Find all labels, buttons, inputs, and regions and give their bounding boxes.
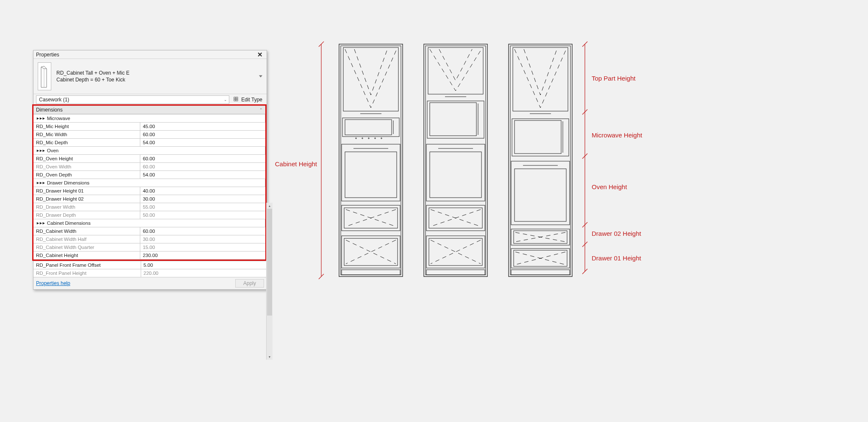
group-header-dimensions[interactable]: Dimensions ⌃ xyxy=(33,106,265,114)
property-value[interactable]: 60.00 xyxy=(140,131,265,139)
property-row[interactable]: RD_Cabinet Width Half30.00 xyxy=(33,235,265,243)
property-value[interactable]: 60.00 xyxy=(140,155,265,163)
svg-text:Cabinet Height: Cabinet Height xyxy=(275,160,317,168)
svg-rect-43 xyxy=(510,46,570,275)
svg-rect-26 xyxy=(342,270,400,275)
property-value[interactable]: 54.00 xyxy=(140,139,265,147)
scroll-up-icon[interactable]: ▴ xyxy=(267,203,273,209)
property-label: RD_Drawer Height 01 xyxy=(33,187,140,195)
property-label: RD_Drawer Width xyxy=(33,203,140,211)
svg-rect-31 xyxy=(427,101,484,138)
svg-rect-2 xyxy=(234,99,236,101)
property-label: RD_Oven Width xyxy=(33,163,140,171)
type-dropdown-icon[interactable] xyxy=(259,75,262,78)
svg-rect-46 xyxy=(512,119,569,156)
collapse-icon[interactable]: ⌃ xyxy=(259,108,263,112)
svg-rect-32 xyxy=(430,103,476,136)
svg-point-14 xyxy=(356,138,356,139)
group-label: Dimensions xyxy=(36,107,63,113)
apply-button[interactable]: Apply xyxy=(235,279,264,288)
svg-rect-9 xyxy=(343,48,398,111)
property-label: RD_Cabinet Width Half xyxy=(33,235,140,243)
property-label: RD_Mic Depth xyxy=(33,139,140,147)
property-value[interactable]: 220.00 xyxy=(141,269,267,277)
property-separator: ►►► Cabinet Dimensions xyxy=(33,219,265,227)
edit-type-button[interactable]: Edit Type xyxy=(232,96,264,103)
svg-rect-19 xyxy=(342,144,400,201)
edit-type-label: Edit Type xyxy=(241,97,262,103)
property-label: RD_Mic Height xyxy=(33,123,140,131)
property-row[interactable]: RD_Drawer Width55.00 xyxy=(33,203,265,211)
property-row[interactable]: RD_Drawer Height 0140.00 xyxy=(33,187,265,195)
property-value[interactable]: 40.00 xyxy=(140,187,265,195)
property-row[interactable]: RD_Mic Height45.00 xyxy=(33,123,265,131)
property-row[interactable]: RD_Mic Depth54.00 xyxy=(33,139,265,147)
svg-point-18 xyxy=(381,138,382,139)
property-row[interactable]: ►►► Oven xyxy=(33,147,265,155)
property-row[interactable]: ►►► Cabinet Dimensions xyxy=(33,219,265,227)
svg-rect-27 xyxy=(424,44,487,277)
property-row[interactable]: RD_Drawer Height 0230.00 xyxy=(33,195,265,203)
panel-title: Properties xyxy=(36,52,59,58)
svg-rect-25 xyxy=(344,238,398,265)
svg-text:Drawer 02 Height: Drawer 02 Height xyxy=(592,230,642,237)
property-value[interactable]: 5.00 xyxy=(141,261,267,269)
property-row[interactable]: RD_Oven Width60.00 xyxy=(33,163,265,171)
type-text: RD_Cabinet Tall + Oven + Mic E Cabinet D… xyxy=(56,70,130,83)
svg-rect-34 xyxy=(426,144,485,201)
svg-rect-0 xyxy=(234,97,236,99)
property-row[interactable]: RD_Mic Width60.00 xyxy=(33,131,265,139)
property-value[interactable]: 30.00 xyxy=(140,235,265,243)
scrollbar[interactable]: ▴ ▾ xyxy=(266,203,273,360)
type-selector[interactable]: RD_Cabinet Tall + Oven + Mic E Cabinet D… xyxy=(33,59,267,94)
property-value[interactable]: 60.00 xyxy=(140,227,265,235)
property-row[interactable]: RD_Front Panel Height220.00 xyxy=(33,269,267,277)
svg-text:Drawer 01 Height: Drawer 01 Height xyxy=(592,254,642,262)
property-value[interactable]: 45.00 xyxy=(140,123,265,131)
dim-stack-right: Top Part Height Microwave Height Oven He… xyxy=(582,42,643,274)
svg-rect-47 xyxy=(515,120,561,154)
svg-rect-29 xyxy=(428,48,483,94)
type-subtitle: Cabinet Depth = 60 + Toe Kick xyxy=(56,76,130,83)
property-value[interactable]: 30.00 xyxy=(140,195,265,203)
panel-titlebar[interactable]: Properties ✕ xyxy=(33,50,267,59)
property-row[interactable]: RD_Panel Front Frame Offset5.00 xyxy=(33,261,267,269)
instance-filter-combo[interactable]: Casework (1) ⌄ xyxy=(36,95,229,104)
svg-point-15 xyxy=(362,138,363,139)
property-label: RD_Mic Width xyxy=(33,131,140,139)
property-label: RD_Cabinet Height xyxy=(33,252,140,260)
property-row[interactable]: RD_Cabinet Width Quarter15.00 xyxy=(33,243,265,252)
svg-rect-1 xyxy=(236,97,238,99)
property-value[interactable]: 54.00 xyxy=(140,171,265,179)
property-row[interactable]: RD_Cabinet Width60.00 xyxy=(33,227,265,235)
property-label: RD_Drawer Height 02 xyxy=(33,195,140,203)
dimensions-highlight: Dimensions ⌃ ►►► MicrowaveRD_Mic Height4… xyxy=(32,104,267,261)
property-label: RD_Oven Depth xyxy=(33,171,140,179)
dim-cabinet-height: Cabinet Height xyxy=(275,42,324,279)
property-label: RD_Drawer Depth xyxy=(33,211,140,219)
cabinet-diagram: Cabinet Height xyxy=(288,39,851,285)
property-value[interactable]: 55.00 xyxy=(140,203,265,211)
instance-filter-label: Casework (1) xyxy=(39,97,69,103)
type-name: RD_Cabinet Tall + Oven + Mic E xyxy=(56,70,130,76)
properties-help-link[interactable]: Properties help xyxy=(36,280,70,286)
property-row[interactable]: RD_Cabinet Height230.00 xyxy=(33,252,265,260)
chevron-down-icon: ⌄ xyxy=(224,98,227,102)
property-value[interactable]: 60.00 xyxy=(140,163,265,171)
scroll-down-icon[interactable]: ▾ xyxy=(267,354,273,360)
property-row[interactable]: RD_Drawer Depth50.00 xyxy=(33,211,265,219)
svg-point-17 xyxy=(375,138,376,139)
close-icon[interactable]: ✕ xyxy=(256,51,264,58)
property-value[interactable]: 50.00 xyxy=(140,211,265,219)
property-row[interactable]: ►►► Microwave xyxy=(33,115,265,123)
property-row[interactable]: ►►► Drawer Dimensions xyxy=(33,179,265,187)
properties-table-below: RD_Panel Front Frame Offset5.00RD_Front … xyxy=(33,261,267,277)
svg-rect-50 xyxy=(515,169,566,221)
property-row[interactable]: RD_Oven Depth54.00 xyxy=(33,171,265,179)
property-separator: ►►► Microwave xyxy=(33,115,265,123)
property-row[interactable]: RD_Oven Height60.00 xyxy=(33,155,265,163)
svg-rect-20 xyxy=(345,152,397,198)
property-value[interactable]: 15.00 xyxy=(140,243,265,252)
property-value[interactable]: 230.00 xyxy=(140,252,265,260)
scroll-thumb[interactable] xyxy=(267,209,272,316)
